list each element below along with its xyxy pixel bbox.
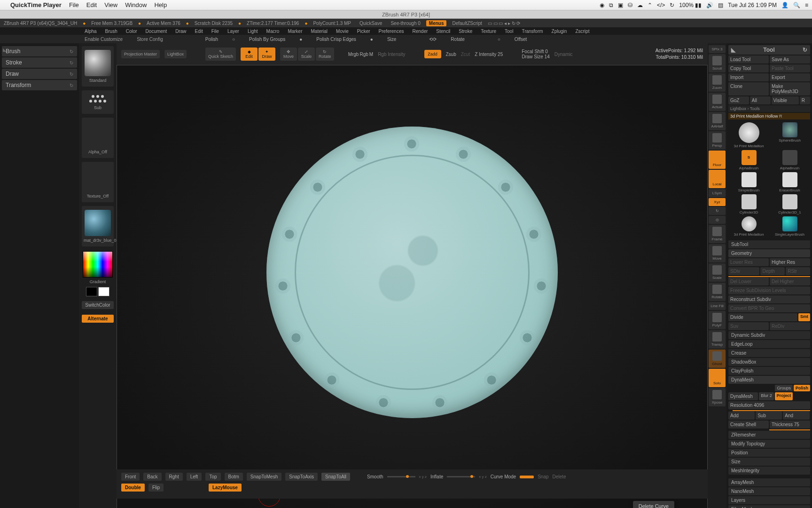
zmenu-preferences[interactable]: Preferences — [379, 29, 404, 34]
edit-mode-button[interactable]: ◆Edit — [241, 48, 258, 61]
draw-mode-button[interactable]: ✦Draw — [258, 48, 275, 61]
create-shell-button[interactable]: Create Shell — [728, 421, 769, 429]
goz-button[interactable]: GoZ — [728, 96, 749, 104]
del-higher-button[interactable]: Del Higher — [770, 278, 810, 286]
texture-slot[interactable]: Texture_Off — [82, 162, 114, 202]
zmenu-brush[interactable]: Brush — [105, 29, 117, 34]
lazymouse-toggle[interactable]: LazyMouse — [209, 484, 242, 492]
zmenu-document[interactable]: Document — [146, 29, 167, 34]
zmenu-tool[interactable]: Tool — [505, 29, 513, 34]
refresh-icon[interactable]: ↻ — [70, 49, 73, 54]
copy-tool-button[interactable]: Copy Tool — [728, 64, 769, 72]
rotate-button[interactable]: Rotate — [709, 283, 726, 301]
transp-button[interactable]: Transp — [709, 330, 726, 349]
zmenu-zplugin[interactable]: Zplugin — [552, 29, 567, 34]
zmenu-zscript[interactable]: Zscript — [575, 29, 589, 34]
goz-visible-button[interactable]: Visible — [772, 96, 799, 104]
canvas-viewport[interactable]: Delete Curve — [117, 65, 708, 508]
sdiv-slider[interactable]: SDiv — [728, 267, 759, 275]
status-eye-icon[interactable]: ◉ — [600, 2, 604, 8]
ghost-button[interactable]: Ghost — [709, 349, 726, 368]
zmenu-picker[interactable]: Picker — [357, 29, 370, 34]
back-button[interactable]: Back — [143, 473, 161, 481]
z-intensity-slider[interactable]: Z Intensity 25 — [475, 52, 503, 57]
projection-master-button[interactable]: Projection Master — [121, 50, 160, 58]
size-option[interactable]: Size — [387, 37, 396, 42]
status-user-icon[interactable]: 👤 — [781, 2, 789, 8]
claypolish-section[interactable]: ClayPolish — [728, 367, 810, 375]
delete-curve-tooltip[interactable]: Delete Curve — [633, 501, 674, 508]
clone-button[interactable]: Clone — [728, 82, 769, 95]
status-dropbox-icon[interactable]: ⛁ — [628, 2, 632, 8]
polish-label[interactable]: Polish — [205, 37, 218, 42]
snap-to-axis[interactable]: SnapToAxis — [285, 473, 318, 481]
arraymesh-section[interactable]: ArrayMesh — [728, 478, 810, 486]
scale-button[interactable]: ⤢Scale — [298, 48, 315, 61]
draw-size-slider[interactable]: Draw Size 14 — [522, 54, 549, 59]
status-box-icon[interactable]: ▣ — [618, 2, 623, 8]
expand-icon[interactable]: ◣ — [731, 47, 735, 53]
menu-help[interactable]: Help — [154, 1, 167, 8]
tool-thumb[interactable]: 3d Print Medallion — [729, 216, 768, 237]
status-volume-icon[interactable]: 🔊 — [706, 2, 713, 8]
polish-toggle[interactable]: Polish — [794, 385, 810, 391]
tool-thumb[interactable]: SphereBrush — [770, 122, 809, 148]
higher-res-button[interactable]: Higher Res — [770, 258, 810, 266]
floor-button[interactable]: Floor — [709, 151, 726, 169]
brush-preview[interactable]: Standard — [82, 46, 114, 87]
menu-window[interactable]: Window — [125, 1, 147, 8]
flip-toggle[interactable]: Flip — [148, 484, 164, 492]
persp-button[interactable]: Persp — [709, 131, 726, 150]
zmenu-stencil[interactable]: Stencil — [436, 29, 450, 34]
zmenu-transform[interactable]: Transform — [522, 29, 543, 34]
zmenu-material[interactable]: Material — [311, 29, 328, 34]
fibermesh-section[interactable]: FiberMesh — [728, 505, 810, 508]
resolution-slider[interactable]: Resolution 4096 — [728, 401, 810, 409]
enable-customize[interactable]: Enable Customize — [85, 37, 123, 42]
status-inputmenu-icon[interactable]: ▤ — [718, 2, 723, 8]
spix-button[interactable]: SPix 3 — [709, 45, 726, 53]
menu-view[interactable]: View — [104, 1, 117, 8]
polish-by-groups[interactable]: Polish By Groups — [249, 37, 285, 42]
store-config[interactable]: Store Config — [137, 37, 163, 42]
layers-section[interactable]: Layers — [728, 496, 810, 504]
move-button[interactable]: Move — [709, 244, 726, 262]
switchcolor-button[interactable]: SwitchColor — [82, 301, 114, 309]
position-section[interactable]: Position — [728, 449, 810, 457]
import-button[interactable]: Import — [728, 73, 769, 81]
snap-to-all[interactable]: SnapToAll — [321, 473, 350, 481]
crease-section[interactable]: Crease — [728, 349, 810, 357]
offset-option[interactable]: Offset — [515, 37, 527, 42]
rotate-option[interactable]: Rotate — [451, 37, 464, 42]
convert-bpr-button[interactable]: Convert BPR To Geo — [728, 304, 810, 312]
menu-file[interactable]: File — [69, 1, 79, 8]
shelf-draw[interactable]: Draw↻ — [2, 69, 77, 79]
del-lower-button[interactable]: Del Lower — [728, 278, 769, 286]
status-datetime[interactable]: Tue Jul 26 1:09 PM — [728, 2, 777, 8]
expand-icon[interactable]: ◣ — [3, 47, 7, 52]
nanomesh-section[interactable]: NanoMesh — [728, 487, 810, 495]
swatch-black[interactable] — [86, 287, 97, 296]
zmenu-alpha[interactable]: Alpha — [85, 29, 97, 34]
zadd-button[interactable]: Zadd — [424, 50, 441, 58]
mrgb-button[interactable]: Mrgb — [348, 52, 359, 57]
status-battery[interactable]: 100% ▮▮ — [679, 2, 702, 8]
medallion-mesh[interactable] — [266, 127, 558, 418]
default-zscript[interactable]: DefaultZScript — [452, 21, 482, 26]
menu-edit[interactable]: Edit — [86, 1, 97, 8]
quicksave-button[interactable]: QuickSave — [357, 20, 385, 26]
export-button[interactable]: Export — [770, 73, 810, 81]
layout-icons[interactable]: ▭ ▭ ▭ ◂ ▸ ↻ ⟳ — [488, 21, 521, 26]
polish-crisp-edges[interactable]: Polish Crisp Edges — [316, 37, 356, 42]
save-as-button[interactable]: Save As — [770, 56, 810, 64]
goz-all-button[interactable]: All — [750, 96, 771, 104]
add-button[interactable]: Add — [728, 412, 755, 420]
inflate-slider[interactable]: Inflate — [430, 474, 443, 479]
blur-value[interactable]: Blur 2 — [759, 392, 774, 400]
color-picker[interactable]: Gradient — [82, 250, 114, 296]
status-sync-icon[interactable]: ☁ — [637, 2, 643, 8]
lower-res-button[interactable]: Lower Res — [728, 258, 769, 266]
thickness-slider[interactable]: Thickness 75 — [770, 421, 810, 429]
divide-button[interactable]: Divide — [728, 313, 797, 321]
zoom-button[interactable]: Zoom — [709, 73, 726, 92]
